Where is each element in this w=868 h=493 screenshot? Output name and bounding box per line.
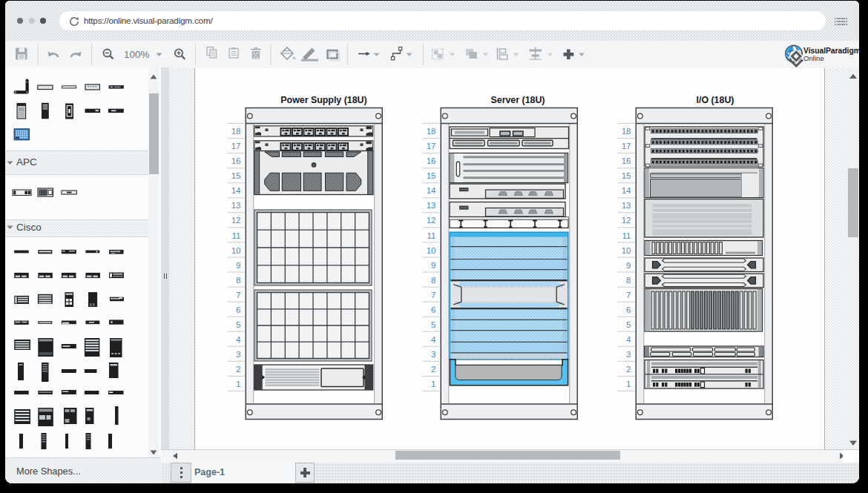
- svg-text:7: 7: [236, 291, 240, 300]
- svg-text:12: 12: [231, 216, 241, 225]
- svg-text:2: 2: [626, 365, 631, 374]
- svg-text:Power Supply (18U): Power Supply (18U): [280, 95, 366, 105]
- svg-text:4: 4: [431, 335, 436, 344]
- svg-text:Online: Online: [803, 54, 824, 62]
- svg-text:2: 2: [236, 365, 240, 374]
- svg-text:13: 13: [427, 201, 436, 210]
- svg-text:4: 4: [626, 335, 631, 344]
- svg-text:5: 5: [626, 320, 631, 329]
- svg-text:13: 13: [622, 201, 631, 210]
- svg-text:12: 12: [622, 216, 631, 225]
- svg-text:15: 15: [427, 171, 436, 180]
- svg-text:4: 4: [236, 335, 241, 344]
- svg-text:Server (18U): Server (18U): [490, 95, 545, 105]
- svg-text:18: 18: [231, 127, 241, 136]
- svg-text:1: 1: [431, 380, 435, 388]
- svg-text:14: 14: [622, 186, 631, 195]
- svg-text:12: 12: [427, 216, 436, 225]
- svg-text:14: 14: [231, 186, 241, 195]
- svg-text:1: 1: [626, 380, 631, 388]
- svg-text:17: 17: [427, 142, 436, 150]
- svg-text:6: 6: [431, 305, 435, 314]
- svg-text:1: 1: [236, 380, 240, 388]
- svg-text:15: 15: [622, 171, 631, 180]
- svg-text:9: 9: [626, 261, 631, 270]
- svg-text:15: 15: [231, 171, 241, 180]
- svg-text:6: 6: [626, 305, 631, 314]
- svg-text:Paradigm: Paradigm: [826, 47, 859, 55]
- svg-text:16: 16: [622, 156, 631, 165]
- svg-text:9: 9: [236, 261, 240, 270]
- svg-text:10: 10: [231, 246, 241, 255]
- svg-text:8: 8: [626, 276, 631, 285]
- svg-text:10: 10: [427, 246, 436, 255]
- svg-text:17: 17: [231, 142, 241, 150]
- svg-text:8: 8: [431, 276, 435, 285]
- svg-text:3: 3: [431, 350, 435, 359]
- svg-text:14: 14: [427, 186, 436, 195]
- svg-text:18: 18: [427, 127, 436, 136]
- svg-text:11: 11: [232, 231, 241, 240]
- svg-text:3: 3: [236, 350, 240, 359]
- svg-text:3: 3: [626, 350, 631, 359]
- svg-text:100%: 100%: [124, 49, 150, 60]
- svg-text:17: 17: [622, 142, 631, 150]
- svg-text:6: 6: [236, 305, 240, 314]
- svg-text:18: 18: [622, 127, 631, 136]
- svg-text:5: 5: [431, 320, 435, 329]
- svg-text:10: 10: [622, 246, 631, 255]
- svg-text:13: 13: [231, 201, 241, 210]
- svg-text:5: 5: [236, 320, 240, 329]
- svg-text:2: 2: [431, 365, 435, 374]
- svg-text:16: 16: [427, 156, 436, 165]
- svg-text:7: 7: [431, 291, 435, 300]
- svg-text:9: 9: [431, 261, 435, 270]
- svg-text:I/O (18U): I/O (18U): [697, 95, 734, 105]
- svg-text:8: 8: [236, 276, 240, 285]
- svg-text:7: 7: [626, 291, 631, 300]
- svg-text:11: 11: [622, 231, 631, 240]
- svg-text:11: 11: [427, 231, 436, 240]
- svg-text:16: 16: [231, 156, 241, 165]
